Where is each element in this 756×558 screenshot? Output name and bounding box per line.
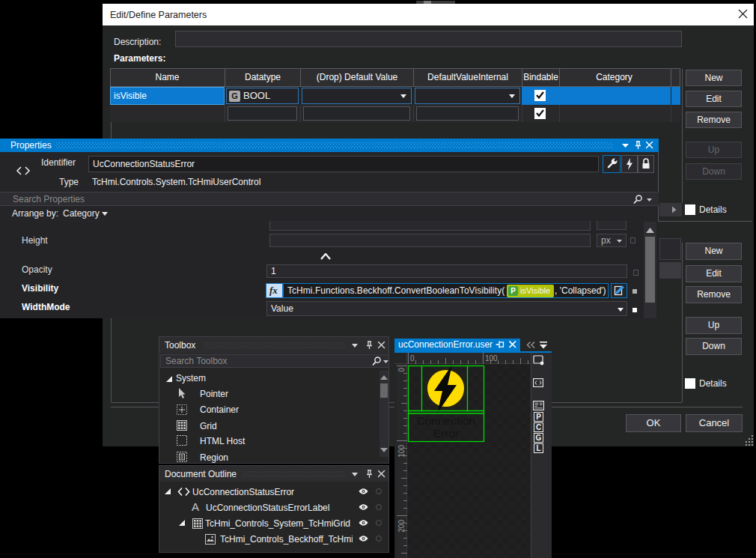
svg-text:200: 200 (397, 520, 406, 533)
svg-text:0: 0 (397, 368, 406, 372)
svg-text:100: 100 (397, 445, 406, 458)
svg-text:0: 0 (410, 354, 415, 363)
svg-text:100: 100 (485, 354, 498, 363)
